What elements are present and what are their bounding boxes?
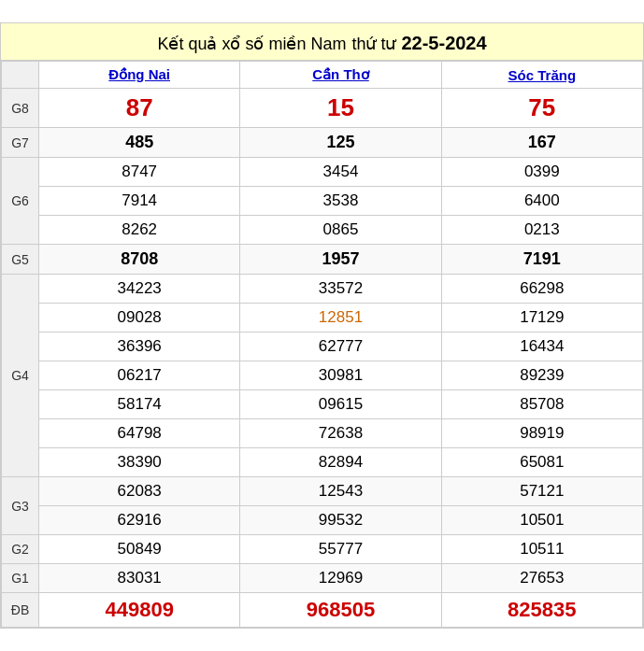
- row-db: ĐB 449809 968505 825835: [2, 593, 643, 628]
- label-db: ĐB: [2, 593, 39, 628]
- label-g7: G7: [2, 128, 39, 158]
- col-header-dongnai: Đồng Nai: [39, 62, 240, 89]
- col-header-soctrang: Sóc Trăng: [441, 62, 642, 89]
- g4-r5-v3: 85708: [441, 390, 642, 419]
- g4-r4-v3: 89239: [441, 361, 642, 390]
- g7-v1: 485: [39, 128, 240, 158]
- row-g6-2: 7914 3538 6400: [2, 187, 643, 216]
- row-g4-4: 06217 30981 89239: [2, 361, 643, 390]
- col-header-cantho: Cần Thơ: [240, 62, 441, 89]
- g3-r2-v3: 10501: [441, 506, 642, 535]
- g4-r2-v3: 17129: [441, 304, 642, 333]
- g7-v3: 167: [441, 128, 642, 158]
- label-g4: G4: [2, 275, 39, 477]
- label-g3: G3: [2, 477, 39, 535]
- db-v2: 968505: [240, 593, 441, 628]
- g6-r1-v1: 8747: [39, 158, 240, 187]
- header-day: thứ tư: [351, 34, 395, 54]
- lottery-result-container: Kết quả xổ số miền Nam thứ tư 22-5-2024 …: [0, 22, 644, 629]
- row-g4-7: 38390 82894 65081: [2, 448, 643, 477]
- label-g6: G6: [2, 158, 39, 245]
- header-title: Kết quả xổ số miền Nam: [157, 34, 346, 54]
- header: Kết quả xổ số miền Nam thứ tư 22-5-2024: [1, 23, 643, 61]
- g6-r1-v2: 3454: [240, 158, 441, 187]
- g8-v2: 15: [240, 89, 441, 128]
- g2-v1: 50849: [39, 535, 240, 564]
- g1-v2: 12969: [240, 564, 441, 593]
- g6-r3-v3: 0213: [441, 216, 642, 245]
- db-v1: 449809: [39, 593, 240, 628]
- g4-r7-v2: 82894: [240, 448, 441, 477]
- row-g7: G7 485 125 167: [2, 128, 643, 158]
- g3-r2-v1: 62916: [39, 506, 240, 535]
- g6-r2-v3: 6400: [441, 187, 642, 216]
- g4-r6-v2: 72638: [240, 419, 441, 448]
- g4-r2-v2: 12851: [240, 304, 441, 333]
- label-g8: G8: [2, 89, 39, 128]
- column-header-row: Đồng Nai Cần Thơ Sóc Trăng: [2, 62, 643, 89]
- row-g3-2: 62916 99532 10501: [2, 506, 643, 535]
- row-g4-5: 58174 09615 85708: [2, 390, 643, 419]
- g4-r5-v1: 58174: [39, 390, 240, 419]
- g4-r7-v1: 38390: [39, 448, 240, 477]
- g3-r1-v1: 62083: [39, 477, 240, 506]
- row-g4-1: G4 34223 33572 66298: [2, 275, 643, 304]
- row-g2: G2 50849 55777 10511: [2, 535, 643, 564]
- lottery-table: Đồng Nai Cần Thơ Sóc Trăng G8 87 15 75 G…: [1, 61, 643, 628]
- row-g5: G5 8708 1957 7191: [2, 245, 643, 275]
- g2-v3: 10511: [441, 535, 642, 564]
- label-g1: G1: [2, 564, 39, 593]
- g5-v3: 7191: [441, 245, 642, 275]
- g4-r3-v2: 62777: [240, 333, 441, 361]
- g4-r7-v3: 65081: [441, 448, 642, 477]
- g4-r1-v1: 34223: [39, 275, 240, 304]
- g3-r2-v2: 99532: [240, 506, 441, 535]
- g6-r3-v2: 0865: [240, 216, 441, 245]
- g4-r1-v3: 66298: [441, 275, 642, 304]
- g6-r2-v2: 3538: [240, 187, 441, 216]
- g4-r4-v1: 06217: [39, 361, 240, 390]
- g4-r1-v2: 33572: [240, 275, 441, 304]
- g5-v1: 8708: [39, 245, 240, 275]
- g4-r6-v1: 64798: [39, 419, 240, 448]
- row-g4-2: 09028 12851 17129: [2, 304, 643, 333]
- g8-v1: 87: [39, 89, 240, 128]
- g3-r1-v3: 57121: [441, 477, 642, 506]
- label-g5: G5: [2, 245, 39, 275]
- g4-r3-v1: 36396: [39, 333, 240, 361]
- row-g4-6: 64798 72638 98919: [2, 419, 643, 448]
- g4-r3-v3: 16434: [441, 333, 642, 361]
- db-v3: 825835: [441, 593, 642, 628]
- g3-r1-v2: 12543: [240, 477, 441, 506]
- row-g6-1: G6 8747 3454 0399: [2, 158, 643, 187]
- g1-v1: 83031: [39, 564, 240, 593]
- empty-header: [2, 62, 39, 89]
- g7-v2: 125: [240, 128, 441, 158]
- g1-v3: 27653: [441, 564, 642, 593]
- g6-r1-v3: 0399: [441, 158, 642, 187]
- g4-r4-v2: 30981: [240, 361, 441, 390]
- g6-r3-v1: 8262: [39, 216, 240, 245]
- label-g2: G2: [2, 535, 39, 564]
- g2-v2: 55777: [240, 535, 441, 564]
- g4-r5-v2: 09615: [240, 390, 441, 419]
- header-date: 22-5-2024: [401, 33, 486, 54]
- row-g1: G1 83031 12969 27653: [2, 564, 643, 593]
- header-prefix: Kết quả xổ số miền Nam: [157, 35, 346, 53]
- row-g3-1: G3 62083 12543 57121: [2, 477, 643, 506]
- row-g8: G8 87 15 75: [2, 89, 643, 128]
- g6-r2-v1: 7914: [39, 187, 240, 216]
- row-g6-3: 8262 0865 0213: [2, 216, 643, 245]
- g8-v3: 75: [441, 89, 642, 128]
- g4-r2-v1: 09028: [39, 304, 240, 333]
- g4-r6-v3: 98919: [441, 419, 642, 448]
- g5-v2: 1957: [240, 245, 441, 275]
- row-g4-3: 36396 62777 16434: [2, 333, 643, 361]
